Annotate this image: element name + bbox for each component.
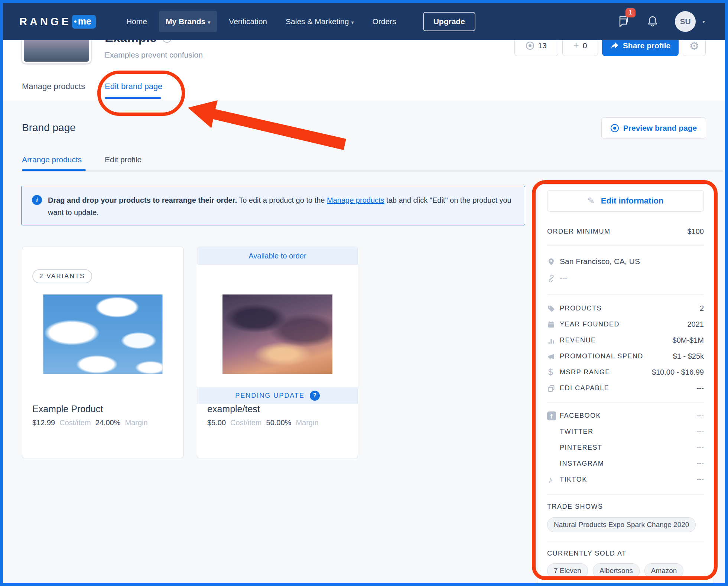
social-row-pinterest: PINTEREST --- <box>547 440 704 456</box>
product-card-example-product[interactable]: 2 VARIANTS Example Product $12.99 Cost/i… <box>22 247 183 458</box>
attribute-value: $10.00 - $16.99 <box>652 368 704 377</box>
attribute-row: $MSRP RANGE $10.00 - $16.99 <box>547 364 704 380</box>
tiktok-icon: ♪ <box>547 475 560 485</box>
calendar-icon <box>547 320 560 329</box>
product-image <box>222 294 332 374</box>
nav-verification[interactable]: Verification <box>222 11 274 32</box>
product-name: example/test <box>207 404 260 414</box>
social-row-facebook: fFACEBOOK --- <box>547 408 704 424</box>
trade-show-pill: Natural Products Expo Spark Change 2020 <box>547 517 696 532</box>
subtab-edit-profile[interactable]: Edit profile <box>105 155 142 164</box>
social-value: --- <box>696 427 704 436</box>
info-icon: i <box>32 195 42 205</box>
available-to-order-banner: Available to order <box>197 247 358 265</box>
social-label: INSTAGRAM <box>560 460 604 468</box>
location-row: San Francisco, CA, US <box>547 255 704 268</box>
plus-icon: + <box>573 39 579 51</box>
help-icon[interactable]: ? <box>310 391 320 401</box>
attribute-value: $1 - $25k <box>673 352 704 361</box>
brand-tagline: Examples prevent confusion <box>105 51 203 59</box>
eye-icon <box>611 124 619 132</box>
tag-icon <box>547 305 560 313</box>
logo-range-text: RANGE <box>19 16 71 28</box>
active-subtab-underline <box>22 169 86 171</box>
divider <box>547 494 704 495</box>
nav-sales-marketing[interactable]: Sales & Marketing▾ <box>279 11 360 32</box>
top-navbar: RANGE me Home My Brands▾ Verification Sa… <box>3 3 725 40</box>
currently-sold-at-heading: CURRENTLY SOLD AT <box>547 550 704 557</box>
messages-button[interactable]: 1 <box>615 14 630 29</box>
megaphone-icon <box>547 352 560 361</box>
eye-icon <box>526 42 534 50</box>
product-card-example-test[interactable]: Available to order PENDING UPDATE ? exam… <box>197 247 358 458</box>
nav-orders[interactable]: Orders <box>365 11 403 32</box>
follow-count: 0 <box>583 41 587 50</box>
website-value: --- <box>560 274 568 283</box>
social-value: --- <box>696 475 704 484</box>
attribute-value: --- <box>696 384 704 393</box>
share-profile-label: Share profile <box>623 41 670 50</box>
tabs-divider <box>3 100 725 100</box>
attribute-label: MSRP RANGE <box>560 368 610 376</box>
chevron-down-icon: ▾ <box>208 19 210 25</box>
notifications-button[interactable] <box>645 14 660 29</box>
product-cost: $12.99 <box>32 419 55 427</box>
order-minimum-row: ORDER MINIMUM $100 <box>547 227 704 236</box>
preview-brand-page-button[interactable]: Preview brand page <box>601 117 706 139</box>
website-row: --- <box>547 272 704 285</box>
nav-my-brands[interactable]: My Brands▾ <box>159 11 217 32</box>
product-pricing: $5.00 Cost/item 50.00% Margin <box>207 419 319 427</box>
attribute-row: REVENUE $0M-$1M <box>547 332 704 348</box>
tab-manage-products[interactable]: Manage products <box>22 82 85 91</box>
pending-update-banner: PENDING UPDATE ? <box>197 387 358 404</box>
divider <box>547 245 704 246</box>
trade-shows-heading: TRADE SHOWS <box>547 503 704 511</box>
social-value: --- <box>696 459 704 468</box>
upgrade-button[interactable]: Upgrade <box>423 12 475 31</box>
attribute-value: 2 <box>700 304 704 313</box>
edi-pages-icon <box>547 384 560 393</box>
nav-icon-group: 1 SU ▾ <box>615 11 705 32</box>
product-margin: 24.00% <box>95 419 121 427</box>
pencil-icon: ✎ <box>588 196 595 206</box>
facebook-icon: f <box>547 411 560 420</box>
product-image <box>43 294 162 374</box>
rangeme-logo[interactable]: RANGE me <box>19 15 96 29</box>
attribute-row: PROMOTIONAL SPEND $1 - $25k <box>547 348 704 364</box>
brand-info-sidebar: ✎ Edit information ORDER MINIMUM $100 Sa… <box>537 185 714 583</box>
social-value: --- <box>696 443 704 452</box>
social-label: TWITTER <box>560 428 593 436</box>
preview-brand-page-label: Preview brand page <box>623 124 697 133</box>
nav-home[interactable]: Home <box>120 11 154 32</box>
gear-icon: ⚙ <box>689 39 699 52</box>
retailer-pill: 7 Eleven <box>547 563 588 578</box>
views-count: 13 <box>538 41 546 50</box>
social-row-twitter: TWITTER --- <box>547 424 704 440</box>
nav-items: Home My Brands▾ Verification Sales & Mar… <box>120 11 403 32</box>
cost-label: Cost/item <box>230 419 261 427</box>
trade-shows-list: Natural Products Expo Spark Change 2020 <box>547 517 704 532</box>
order-minimum-value: $100 <box>688 227 704 236</box>
messages-badge: 1 <box>625 8 636 17</box>
subtab-arrange-products[interactable]: Arrange products <box>22 155 82 164</box>
order-minimum-label: ORDER MINIMUM <box>547 228 611 235</box>
manage-products-link[interactable]: Manage products <box>327 196 384 204</box>
retailer-pill: Amazon <box>644 563 684 578</box>
attribute-row: PRODUCTS 2 <box>547 300 704 316</box>
attribute-value: $0M-$1M <box>673 336 704 345</box>
banner-text: Drag and drop your products to rearrange… <box>48 194 514 217</box>
edit-information-button[interactable]: ✎ Edit information <box>547 190 704 212</box>
page-title: Brand page <box>22 122 76 134</box>
attribute-label: PRODUCTS <box>560 305 602 312</box>
social-row-tiktok: ♪TIKTOK --- <box>547 472 704 488</box>
margin-label: Margin <box>296 419 318 427</box>
tab-edit-brand-page[interactable]: Edit brand page <box>105 82 162 91</box>
link-icon <box>547 274 560 283</box>
social-label: TIKTOK <box>560 476 587 484</box>
attribute-row: YEAR FOUNDED 2021 <box>547 316 704 332</box>
sold-at-list: 7 Eleven Albertsons Amazon <box>547 563 704 578</box>
account-menu[interactable]: SU ▾ <box>675 11 705 32</box>
margin-label: Margin <box>125 419 147 427</box>
product-pricing: $12.99 Cost/item 24.00% Margin <box>32 419 148 427</box>
share-icon <box>610 42 619 50</box>
